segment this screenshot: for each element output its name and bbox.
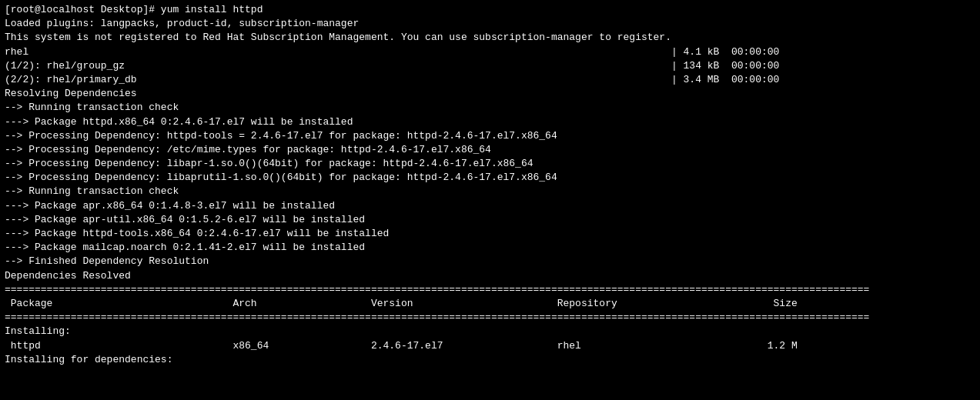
resolving-line: Resolving Dependencies [5,87,975,101]
package-httpd-tools: ---> Package httpd-tools.x86_64 0:2.4.6-… [5,227,975,241]
running-txn-1: --> Running transaction check [5,101,975,115]
plugins-line: Loaded plugins: langpacks, product-id, s… [5,17,975,31]
separator-2: ========================================… [5,311,975,325]
package-apr-util: ---> Package apr-util.x86_64 0:1.5.2-6.e… [5,213,975,227]
running-txn-2: --> Running transaction check [5,185,975,198]
rhel-line-2: (1/2): rhel/group_gz | 134 kB 00:00:00 [5,59,975,73]
package-apr: ---> Package apr.x86_64 0:1.4.8-3.el7 wi… [5,199,975,213]
installing-label: Installing: [5,325,975,338]
installing-deps-label: Installing for dependencies: [5,353,975,367]
finished-dep-res: --> Finished Dependency Resolution [5,255,975,268]
separator-1: ========================================… [5,283,975,297]
httpd-row: httpd x86_64 2.4.6-17.el7 rhel 1.2 M [5,339,975,353]
dep-resolved: Dependencies Resolved [5,269,975,283]
command-line: [root@localhost Desktop]# yum install ht… [5,3,975,17]
rhel-line-3: (2/2): rhel/primary_db | 3.4 MB 00:00:00 [5,73,975,87]
dep-mime-types: --> Processing Dependency: /etc/mime.typ… [5,143,975,157]
rhel-line-1: rhel | 4.1 kB 00:00:00 [5,45,975,59]
terminal: [root@localhost Desktop]# yum install ht… [0,0,980,400]
dep-libaprutil: --> Processing Dependency: libaprutil-1.… [5,171,975,185]
table-header: Package Arch Version Repository Size [5,297,975,311]
sysreg-line: This system is not registered to Red Hat… [5,31,975,45]
package-httpd: ---> Package httpd.x86_64 0:2.4.6-17.el7… [5,115,975,129]
dep-libapr: --> Processing Dependency: libapr-1.so.0… [5,157,975,171]
dep-httpd-tools: --> Processing Dependency: httpd-tools =… [5,129,975,143]
package-mailcap: ---> Package mailcap.noarch 0:2.1.41-2.e… [5,241,975,255]
